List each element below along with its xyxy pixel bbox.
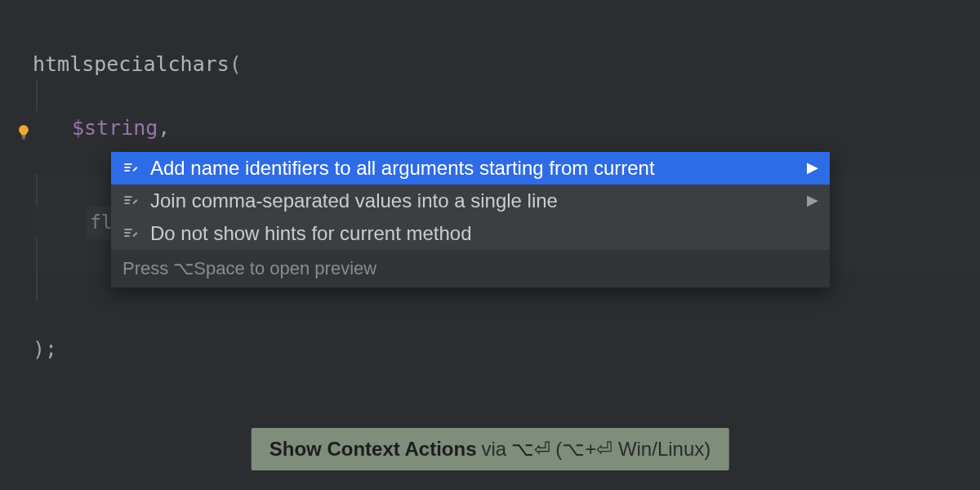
- chevron-right-icon: ▶: [807, 157, 818, 180]
- shortcut-secondary: (⌥+⏎ Win/Linux): [555, 438, 710, 461]
- intention-item-label: Do not show hints for current method: [150, 218, 818, 248]
- svg-rect-1: [22, 138, 25, 139]
- code-line-blank: [33, 302, 980, 334]
- pencil-icon: [122, 225, 139, 242]
- code-editor[interactable]: htmlspecialchars( $string, flags:ENT_COM…: [0, 0, 980, 366]
- function-name: htmlspecialchars: [33, 49, 229, 81]
- status-hint-pill: Show Context Actions via ⌥⏎ (⌥+⏎ Win/Lin…: [252, 428, 729, 470]
- pencil-icon: [122, 160, 139, 176]
- intention-item-label: Add name identifiers to all arguments st…: [150, 153, 795, 183]
- popup-footer-hint: Press ⌥Space to open preview: [111, 250, 830, 287]
- intention-item-join-values[interactable]: Join comma-separated values into a singl…: [111, 185, 830, 217]
- intention-popup[interactable]: Add name identifiers to all arguments st…: [111, 152, 830, 287]
- code-line-4: );: [33, 334, 980, 366]
- shortcut-mac: ⌥⏎: [511, 438, 550, 461]
- comma: ,: [158, 113, 170, 145]
- bulb-icon: [15, 119, 33, 137]
- via-label: via: [482, 438, 507, 461]
- intention-item-hide-hints[interactable]: Do not show hints for current method: [111, 217, 830, 250]
- intention-bulb[interactable]: [15, 119, 33, 151]
- svg-rect-0: [22, 136, 26, 137]
- code-line-1: htmlspecialchars(: [33, 49, 980, 81]
- action-name: Show Context Actions: [270, 438, 477, 461]
- pencil-icon: [122, 193, 139, 209]
- intention-item-add-name-identifiers[interactable]: Add name identifiers to all arguments st…: [111, 152, 830, 185]
- intention-item-label: Join comma-separated values into a singl…: [150, 185, 795, 216]
- open-paren: (: [229, 49, 242, 81]
- chevron-right-icon: ▶: [807, 189, 818, 212]
